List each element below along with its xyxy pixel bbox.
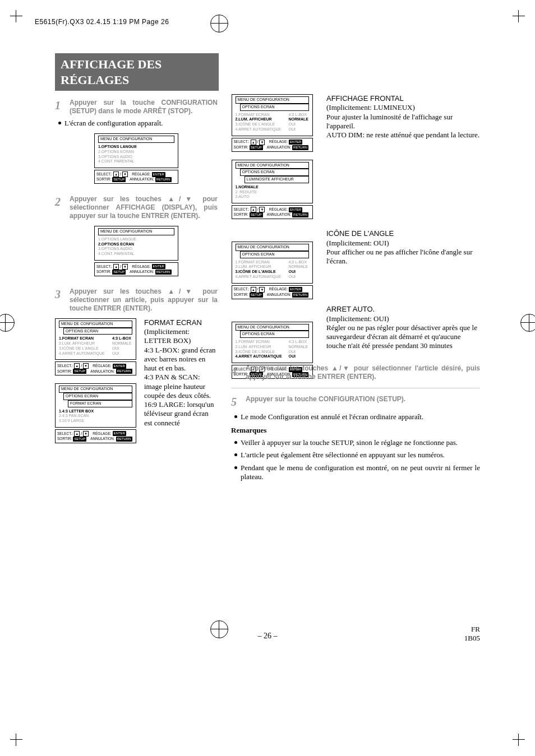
icone-angle: ICÔNE DE L'ANGLE (Implicitement: OUI) Po…: [326, 229, 480, 266]
affichage-frontal: AFFICHAGE FRONTAL (Implicitement: LUMINE…: [326, 94, 480, 140]
step-1-note: L'écran de configuration apparaît.: [64, 119, 163, 128]
step-2-num: 2: [55, 195, 64, 220]
step-1-text: Appuyer sur la touche CONFIGURATION (SET…: [70, 99, 218, 115]
remarques-title: Remarques: [231, 426, 480, 435]
menu-format-ecran: MENU DE CONFIGURATION OPTIONS ECRAN FORM…: [55, 383, 136, 443]
bullet-icon: [234, 415, 237, 418]
step-4-num: 4: [231, 364, 240, 381]
menu-options-ecran-1: MENU DE CONFIGURATION OPTIONS ECRAN 1.FO…: [55, 318, 136, 376]
format-ecran-desc: FORMAT ECRAN (Implicitement: LETTER BOX)…: [144, 318, 218, 449]
page-number: – 26 –: [55, 631, 480, 641]
print-slug: E5615(Fr).QX3 02.4.15 1:19 PM Page 26: [35, 18, 169, 26]
page-content: AFFICHAGE DES RÉGLAGES 1 Appuyer sur la …: [55, 53, 480, 605]
page-title: AFFICHAGE DES RÉGLAGES: [55, 53, 219, 91]
step-5-note: Le mode Configuration est annulé et l'éc…: [241, 412, 423, 421]
left-column: 1 Appuyer sur la touche CONFIGURATION (S…: [55, 94, 218, 481]
menu-options-ecran-2: MENU DE CONFIGURATION OPTIONS ECRAN 1.FO…: [232, 94, 313, 152]
remarque-3: Pendant que le menu de configuration est…: [241, 463, 480, 482]
remarque-1: Veiller à appuyer sur la touche SETUP, s…: [241, 438, 458, 447]
remarque-2: L'article peut également être sélectionn…: [241, 451, 445, 460]
arret-auto: ARRET AUTO. (Implicitement: OUI) Régler …: [326, 305, 480, 350]
bullet-icon: [234, 441, 237, 444]
locale-code: FR1B05: [464, 625, 480, 643]
step-4-text: Appuyer sur les touches ▲/▼ pour sélecti…: [246, 364, 480, 381]
right-column: AFFICHAGE FRONTAL (Implicitement: LUMINE…: [326, 94, 480, 481]
menu-config-1: MENU DE CONFIGURATION 1.OPTIONS LANGUE2.…: [94, 133, 178, 184]
bullet-icon: [234, 453, 237, 456]
step-3-text: Appuyer sur les touches ▲/▼ pour sélecti…: [70, 287, 218, 313]
step-1-num: 1: [55, 99, 64, 115]
menu-config-2: MENU DE CONFIGURATION 1.OPTIONS LANGUE2.…: [94, 226, 178, 276]
step-5-text: Appuyer sur la touche CONFIGURATION (SET…: [246, 395, 405, 409]
menu-luminosite: MENU DE CONFIGURATION OPTIONS ECRAN LUMI…: [232, 160, 313, 220]
bullet-icon: [58, 122, 61, 124]
step-3-num: 3: [55, 287, 64, 313]
menu-options-ecran-3: MENU DE CONFIGURATION OPTIONS ECRAN 1.FO…: [232, 242, 313, 299]
step-5-num: 5: [231, 395, 240, 409]
step-2-text: Appuyer sur les touches ▲/▼ pour sélecti…: [70, 195, 218, 220]
bullet-icon: [234, 466, 237, 469]
